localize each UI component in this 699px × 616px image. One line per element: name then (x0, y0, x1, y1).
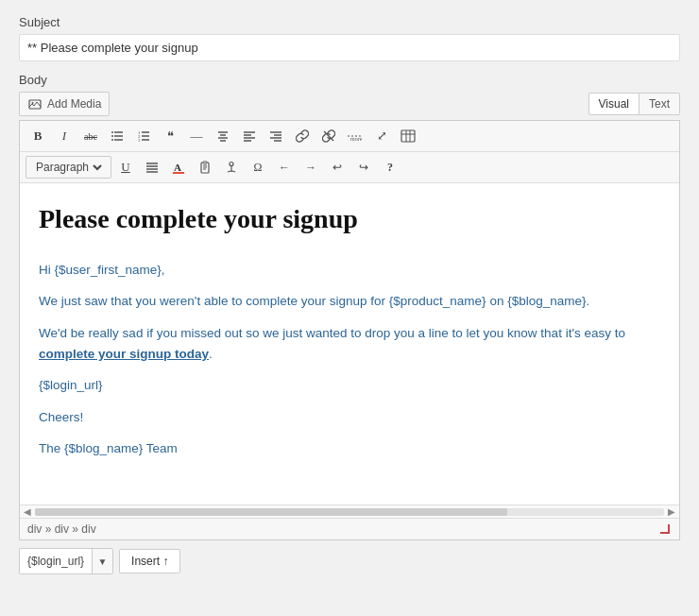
paste-text-button[interactable] (193, 156, 217, 179)
bold-button[interactable] (26, 125, 50, 147)
svg-point-44 (230, 163, 233, 166)
svg-line-26 (324, 131, 333, 141)
undo-button[interactable] (325, 156, 350, 179)
insert-button[interactable]: Insert ↑ (119, 549, 180, 573)
resize-handle[interactable] (658, 522, 672, 536)
ul-icon (111, 129, 124, 143)
editor-line2-var2: {$blog_name} (507, 294, 586, 308)
align-center-icon (216, 129, 230, 143)
scroll-track[interactable] (35, 508, 664, 516)
indent-button[interactable] (298, 156, 323, 179)
indent-icon (305, 160, 316, 175)
help-icon (387, 160, 393, 175)
redo-icon (359, 160, 368, 175)
omega-button[interactable] (246, 156, 270, 179)
align-left-button[interactable] (237, 125, 262, 147)
svg-point-6 (111, 135, 113, 137)
blockquote-icon (167, 128, 174, 144)
underline-icon (121, 160, 129, 175)
hr-button[interactable] (184, 125, 209, 147)
text-color-button[interactable]: A (166, 156, 191, 179)
unlink-button[interactable] (316, 125, 341, 147)
strikethrough-icon (84, 128, 97, 144)
italic-button[interactable] (52, 125, 77, 147)
dropdown-arrow[interactable]: ▼ (92, 548, 112, 574)
justify-button[interactable] (140, 156, 164, 179)
editor-content[interactable]: Please complete your signup Hi {$user_fi… (20, 183, 679, 505)
tab-visual[interactable]: Visual (588, 93, 639, 115)
table-button[interactable] (396, 125, 420, 147)
editor-line3-link[interactable]: complete your signup today (39, 347, 209, 361)
outdent-icon (279, 160, 290, 175)
editor-line2-mid: on (486, 294, 508, 308)
scroll-thumb (35, 508, 507, 516)
justify-icon (145, 161, 159, 174)
link-button[interactable] (290, 125, 315, 147)
paragraph-dropdown[interactable]: Paragraph Heading 1 Heading 2 Heading 3 (32, 160, 105, 175)
svg-rect-40 (203, 162, 207, 163)
editor-line2-post: . (586, 294, 589, 308)
add-media-label: Add Media (47, 97, 101, 111)
subject-label: Subject (19, 15, 680, 29)
editor-line6-var: {$blog_name} (64, 441, 143, 455)
editor-line3: We'd be really sad if you missed out so … (39, 323, 660, 364)
svg-text:A: A (174, 162, 181, 173)
editor-line6: The {$blog_name} Team (39, 438, 660, 459)
table-icon (401, 129, 416, 143)
link-icon (296, 129, 309, 143)
toolbar-row-1: 123 more (20, 121, 679, 152)
undo-icon (332, 160, 342, 175)
scroll-left-arrow[interactable]: ◀ (24, 506, 31, 517)
unlink-icon (322, 129, 335, 143)
editor-tabs: Visual Text (588, 93, 680, 115)
scroll-right-arrow[interactable]: ▶ (668, 506, 675, 517)
anchor-icon (225, 161, 238, 174)
svg-rect-38 (173, 172, 184, 174)
horizontal-scrollbar[interactable]: ◀ ▶ (20, 505, 679, 518)
align-right-button[interactable] (264, 125, 288, 147)
align-left-icon (243, 129, 256, 143)
svg-point-5 (111, 131, 113, 133)
paragraph-select[interactable]: Paragraph Heading 1 Heading 2 Heading 3 (26, 156, 111, 179)
ul-button[interactable] (105, 125, 129, 147)
media-icon (27, 96, 43, 111)
svg-text:3: 3 (138, 138, 141, 143)
outdent-button[interactable] (272, 156, 297, 179)
editor-line2-pre: We just saw that you weren't able to com… (39, 294, 389, 308)
editor-line6-pre: The (39, 441, 64, 455)
add-media-button[interactable]: Add Media (19, 92, 110, 116)
editor-line1-text: Hi {$user_first_name}, (39, 263, 165, 277)
body-section: Body Add Media Visual Text (19, 73, 680, 574)
blockquote-button[interactable] (158, 125, 182, 147)
svg-rect-29 (401, 130, 415, 142)
editor-line1: Hi {$user_first_name}, (39, 260, 660, 281)
editor-line5: Cheers! (39, 407, 660, 428)
svg-text:more: more (350, 136, 363, 142)
svg-point-7 (111, 139, 113, 141)
editor-line2-var1: {$product_name} (389, 294, 486, 308)
anchor-button[interactable] (219, 156, 244, 179)
fullscreen-button[interactable] (369, 125, 394, 147)
align-center-button[interactable] (211, 125, 235, 147)
subject-input[interactable] (19, 34, 680, 61)
ol-button[interactable]: 123 (131, 125, 156, 147)
insert-dropdown-value: {$login_url} (20, 555, 92, 568)
strikethrough-button[interactable] (78, 125, 103, 147)
more-tag-button[interactable]: more (343, 125, 367, 147)
tab-text[interactable]: Text (639, 93, 680, 115)
ol-icon: 123 (137, 129, 150, 143)
editor-line4: {$login_url} (39, 375, 660, 396)
help-button[interactable] (378, 156, 402, 179)
paste-icon (198, 161, 212, 174)
editor-line6-post: Team (143, 441, 178, 455)
more-tag-icon: more (347, 129, 364, 143)
underline-button[interactable] (113, 156, 138, 179)
insert-row: {$login_url} ▼ Insert ↑ (19, 548, 680, 574)
body-label: Body (19, 73, 680, 87)
editor-line3-post: . (209, 347, 213, 361)
redo-button[interactable] (351, 156, 376, 179)
editor-heading: Please complete your signup (39, 198, 660, 241)
insert-dropdown[interactable]: {$login_url} ▼ (19, 548, 113, 574)
text-color-icon: A (172, 161, 185, 174)
editor-line4-text: {$login_url} (39, 378, 103, 392)
